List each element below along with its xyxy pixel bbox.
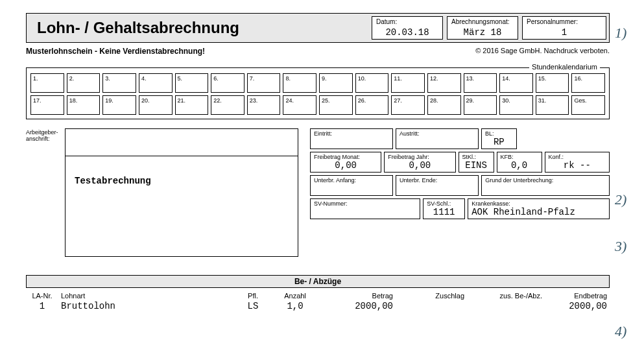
konf-value: rk -- xyxy=(549,160,606,171)
sv-schl-field: SV-Schl.: 1111 xyxy=(423,198,465,219)
annotation-1: 1) xyxy=(615,25,626,42)
calendar-day: 30. xyxy=(499,95,533,115)
calendar-day: Ges. xyxy=(571,95,605,115)
konf-label: Konf.: xyxy=(549,154,606,160)
subline: Musterlohnschein - Keine Verdienstabrech… xyxy=(26,47,610,56)
date-label: Datum: xyxy=(376,18,438,25)
calendar-day: 4. xyxy=(139,73,173,93)
calendar-day: 6. xyxy=(211,73,244,93)
deductions-table-header: LA-Nr. Lohnart Pfl. Anzahl Betrag Zuschl… xyxy=(26,291,610,301)
col-lohnart: Lohnart xyxy=(58,291,233,301)
bundesland-field: BL: RP xyxy=(481,128,517,149)
krankenkasse-field: Krankenkasse: AOK Rheinland-Pfalz xyxy=(468,198,610,219)
hours-calendar: Stundenkalendarium 1.2.3.4.5.6.7.8.9.10.… xyxy=(26,67,610,119)
calendar-day: 2. xyxy=(67,73,101,93)
row-la-nr: 1 xyxy=(26,301,58,311)
col-zus-beabz: zus. Be-/Abz. xyxy=(467,291,545,301)
col-betrag: Betrag xyxy=(318,291,396,301)
konf-field: Konf.: rk -- xyxy=(545,152,610,173)
hours-calendar-legend: Stundenkalendarium xyxy=(529,63,600,71)
kfb-field: KFB: 0,0 xyxy=(497,152,542,173)
calendar-day: 10. xyxy=(355,73,389,93)
stkl-value: EINS xyxy=(462,160,490,171)
sv-schl-value: 1111 xyxy=(427,207,461,217)
freibetrag-monat-field: Freibetrag Monat: 0,00 xyxy=(310,152,381,173)
freibetrag-monat-label: Freibetrag Monat: xyxy=(314,154,377,160)
annotation-3: 3) xyxy=(615,238,626,255)
row-zus-beabz xyxy=(467,301,545,311)
calendar-day: 26. xyxy=(355,95,389,115)
col-anzahl: Anzahl xyxy=(272,291,318,301)
sample-notice: Musterlohnschein - Keine Verdienstabrech… xyxy=(26,47,205,56)
calendar-day: 12. xyxy=(427,73,461,93)
col-zuschlag: Zuschlag xyxy=(396,291,467,301)
row-pfl: LS xyxy=(233,301,272,311)
calendar-day: 7. xyxy=(247,73,281,93)
krankenkasse-label: Krankenkasse: xyxy=(471,200,606,207)
unterbr-ende-field: Unterbr. Ende: xyxy=(396,175,479,196)
row-betrag: 2000,00 xyxy=(318,301,396,311)
col-la-nr: LA-Nr. xyxy=(26,291,58,301)
sv-nummer-label: SV-Nummer: xyxy=(314,200,416,207)
unterbr-anfang-label: Unterbr. Anfang: xyxy=(314,177,389,184)
calendar-day: 9. xyxy=(319,73,353,93)
billing-month-field: Abrechnungsmonat: März 18 xyxy=(447,16,518,40)
calendar-day: 24. xyxy=(283,95,316,115)
deductions-header: Be- / Abzüge xyxy=(26,275,610,288)
sv-schl-label: SV-Schl.: xyxy=(427,200,461,207)
row-lohnart: Bruttolohn xyxy=(58,301,233,311)
personnel-number-value: 1 xyxy=(527,27,602,38)
freibetrag-jahr-value: 0,00 xyxy=(388,160,451,171)
calendar-day: 1. xyxy=(30,73,64,93)
billing-month-value: März 18 xyxy=(451,27,514,38)
employer-name: Testabrechnung xyxy=(66,156,298,206)
calendar-day: 18. xyxy=(67,95,101,115)
calendar-day: 5. xyxy=(175,73,209,93)
annotation-4: 4) xyxy=(615,323,626,324)
col-pfl: Pfl. xyxy=(233,291,272,301)
kfb-label: KFB: xyxy=(501,154,538,160)
calendar-day: 14. xyxy=(499,73,533,93)
billing-month-label: Abrechnungsmonat: xyxy=(451,18,514,25)
table-row: 1 Bruttolohn LS 1,0 2000,00 2000,00 xyxy=(26,301,610,311)
calendar-day: 17. xyxy=(30,95,64,115)
row-anzahl: 1,0 xyxy=(272,301,318,311)
unterbr-grund-field: Grund der Unterbrechung: xyxy=(481,175,610,196)
calendar-day: 13. xyxy=(464,73,497,93)
calendar-day: 25. xyxy=(319,95,353,115)
employer-address-label: Arbeitgeber-anschrift: xyxy=(26,128,65,143)
eintritt-label: Eintritt: xyxy=(314,130,389,137)
freibetrag-jahr-field: Freibetrag Jahr: 0,00 xyxy=(384,152,455,173)
document-title: Lohn- / Gehaltsabrechnung xyxy=(29,16,368,40)
personnel-number-label: Personalnummer: xyxy=(527,18,602,25)
austritt-field: Austritt: xyxy=(396,128,479,149)
calendar-day: 28. xyxy=(427,95,461,115)
calendar-day: 27. xyxy=(391,95,425,115)
calendar-day: 22. xyxy=(211,95,244,115)
unterbr-grund-label: Grund der Unterbrechung: xyxy=(485,177,606,184)
header-bar: Lohn- / Gehaltsabrechnung Datum: 20.03.1… xyxy=(26,13,610,43)
calendar-day: 11. xyxy=(391,73,425,93)
sv-nummer-field: SV-Nummer: xyxy=(310,198,420,219)
unterbr-anfang-field: Unterbr. Anfang: xyxy=(310,175,393,196)
stkl-field: StKl.: EINS xyxy=(459,152,494,173)
row-endbetrag: 2000,00 xyxy=(545,301,610,311)
calendar-day: 21. xyxy=(175,95,209,115)
calendar-day: 31. xyxy=(536,95,569,115)
calendar-day: 3. xyxy=(102,73,136,93)
calendar-day: 23. xyxy=(247,95,281,115)
calendar-day: 20. xyxy=(139,95,173,115)
copyright-notice: © 2016 Sage GmbH. Nachdruck verboten. xyxy=(475,47,610,56)
date-field: Datum: 20.03.18 xyxy=(372,16,443,40)
col-endbetrag: Endbetrag xyxy=(545,291,610,301)
date-value: 20.03.18 xyxy=(376,27,438,38)
freibetrag-monat-value: 0,00 xyxy=(314,160,377,171)
freibetrag-jahr-label: Freibetrag Jahr: xyxy=(388,154,451,160)
stkl-label: StKl.: xyxy=(462,154,490,160)
bundesland-label: BL: xyxy=(485,130,513,137)
calendar-day: 16. xyxy=(571,73,605,93)
calendar-day: 29. xyxy=(464,95,497,115)
row-zuschlag xyxy=(396,301,467,311)
unterbr-ende-label: Unterbr. Ende: xyxy=(400,177,475,184)
personnel-number-field: Personalnummer: 1 xyxy=(522,16,606,40)
